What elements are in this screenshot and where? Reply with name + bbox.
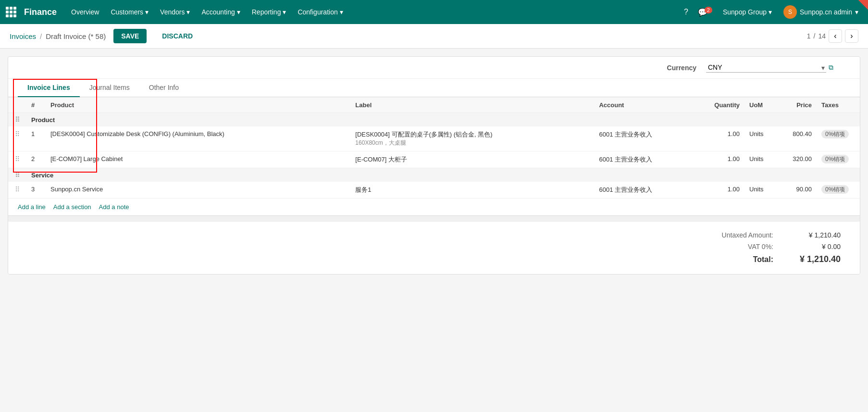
pager-current: 1 bbox=[807, 32, 811, 40]
help-icon[interactable]: ? bbox=[681, 5, 691, 19]
row-price-3[interactable]: 90.00 bbox=[778, 182, 817, 199]
row-product-3[interactable]: Sunpop.cn Service bbox=[46, 182, 350, 199]
tab-invoice-lines[interactable]: Invoice Lines bbox=[18, 79, 80, 97]
row-taxes-2[interactable]: 0%销项 bbox=[817, 151, 860, 168]
notification-badge: 2 bbox=[705, 7, 712, 13]
chevron-down-icon: ▾ bbox=[237, 8, 240, 16]
invoice-table: # Product Label Account Quantity UoM Pri… bbox=[8, 97, 860, 199]
navbar: Finance Overview Customers ▾ Vendors ▾ A… bbox=[0, 0, 868, 24]
add-actions: Add a line Add a section Add a note bbox=[8, 199, 860, 215]
currency-select-wrap: CNY ▾ ⧉ bbox=[706, 62, 850, 73]
main-content: Currency CNY ▾ ⧉ Invoice Lines Journal I… bbox=[8, 56, 860, 275]
top-bar: Invoices / Draft Invoice (* 58) SAVE DIS… bbox=[0, 24, 868, 49]
col-product: Product bbox=[46, 98, 350, 113]
row-qty-1[interactable]: 1.00 bbox=[706, 126, 744, 151]
row-uom-1[interactable]: Units bbox=[744, 126, 778, 151]
tabs-area: Invoice Lines Journal Items Other Info #… bbox=[8, 79, 860, 215]
nav-overview[interactable]: Overview bbox=[66, 5, 104, 19]
row-taxes-3[interactable]: 0%销项 bbox=[817, 182, 860, 199]
drag-handle-2[interactable]: ⠿ bbox=[13, 155, 22, 163]
row-label-3[interactable]: 服务1 bbox=[350, 182, 594, 199]
row-num-2: 2 bbox=[26, 151, 46, 168]
row-uom-3[interactable]: Units bbox=[744, 182, 778, 199]
section-row-service: ⠿ Service bbox=[8, 168, 860, 182]
chevron-down-icon: ▾ bbox=[186, 8, 190, 16]
nav-vendors[interactable]: Vendors ▾ bbox=[155, 5, 195, 19]
nav-reporting[interactable]: Reporting ▾ bbox=[247, 5, 291, 19]
currency-select[interactable]: CNY bbox=[706, 62, 826, 73]
user-menu[interactable]: S Sunpop.cn admin ▾ bbox=[780, 2, 862, 22]
table-wrapper: # Product Label Account Quantity UoM Pri… bbox=[8, 97, 860, 199]
company-selector[interactable]: Sunpop Group ▾ bbox=[719, 5, 776, 19]
vat-row: VAT 0%: ¥ 0.00 bbox=[696, 243, 841, 250]
tabs: Invoice Lines Journal Items Other Info bbox=[18, 79, 850, 97]
breadcrumb-separator: / bbox=[40, 32, 42, 40]
chevron-down-icon: ▾ bbox=[769, 8, 772, 16]
breadcrumb: Invoices / Draft Invoice (* 58) bbox=[10, 32, 106, 40]
chevron-down-icon: ▾ bbox=[145, 8, 149, 16]
nav-right: ? 💬 2 Sunpop Group ▾ S Sunpop.cn admin ▾ bbox=[681, 2, 862, 22]
drag-handle-service[interactable]: ⠿ bbox=[13, 171, 22, 179]
row-price-2[interactable]: 320.00 bbox=[778, 151, 817, 168]
row-qty-2[interactable]: 1.00 bbox=[706, 151, 744, 168]
row-qty-3[interactable]: 1.00 bbox=[706, 182, 744, 199]
row-uom-2[interactable]: Units bbox=[744, 151, 778, 168]
add-line-link[interactable]: Add a line bbox=[18, 203, 46, 211]
horizontal-scrollbar[interactable] bbox=[8, 215, 860, 221]
pager-next-button[interactable]: › bbox=[845, 29, 858, 43]
external-link-icon[interactable]: ⧉ bbox=[829, 63, 833, 72]
pager: 1 / 14 ‹ › bbox=[807, 29, 858, 43]
tab-journal-items[interactable]: Journal Items bbox=[80, 79, 139, 97]
chat-icon[interactable]: 💬 2 bbox=[695, 5, 715, 20]
col-drag bbox=[8, 98, 26, 113]
discard-button[interactable]: DISCARD bbox=[154, 29, 200, 43]
drag-handle-product[interactable]: ⠿ bbox=[13, 116, 22, 124]
totals-section: Untaxed Amount: ¥ 1,210.40 VAT 0%: ¥ 0.0… bbox=[8, 221, 860, 274]
row-num-1: 1 bbox=[26, 126, 46, 151]
row-account-2[interactable]: 6001 主营业务收入 bbox=[594, 151, 706, 168]
total-row: Total: ¥ 1,210.40 bbox=[696, 254, 841, 264]
table-body: ⠿ Product ⠿ 1 [DESK0004] Customizable De… bbox=[8, 113, 860, 199]
untaxed-label: Untaxed Amount: bbox=[696, 231, 773, 239]
vat-label: VAT 0%: bbox=[696, 243, 773, 250]
nav-configuration[interactable]: Configuration ▾ bbox=[293, 5, 347, 19]
tabs-container: Invoice Lines Journal Items Other Info bbox=[8, 79, 860, 97]
row-price-1[interactable]: 800.40 bbox=[778, 126, 817, 151]
row-label-1[interactable]: [DESK0004] 可配置的桌子(多属性) (铝合金, 黑色) 160X80c… bbox=[350, 126, 594, 151]
apps-icon[interactable] bbox=[6, 7, 16, 17]
table-row[interactable]: ⠿ 3 Sunpop.cn Service 服务1 6001 主营业务收入 1.… bbox=[8, 182, 860, 199]
app-brand: Finance bbox=[24, 7, 57, 17]
table-row[interactable]: ⠿ 2 [E-COM07] Large Cabinet [E-COM07] 大柜… bbox=[8, 151, 860, 168]
table-row[interactable]: ⠿ 1 [DESK0004] Customizable Desk (CONFIG… bbox=[8, 126, 860, 151]
total-label: Total: bbox=[696, 255, 773, 264]
total-value: ¥ 1,210.40 bbox=[793, 254, 841, 264]
col-hash: # bbox=[26, 98, 46, 113]
chevron-down-icon: ▾ bbox=[340, 8, 343, 16]
vat-value: ¥ 0.00 bbox=[793, 243, 841, 250]
drag-handle-1[interactable]: ⠿ bbox=[13, 130, 22, 138]
avatar: S bbox=[783, 5, 797, 19]
row-num-3: 3 bbox=[26, 182, 46, 199]
drag-handle-3[interactable]: ⠿ bbox=[13, 186, 22, 193]
col-account: Account bbox=[594, 98, 706, 113]
chevron-down-icon: ▾ bbox=[855, 8, 858, 16]
breadcrumb-parent[interactable]: Invoices bbox=[10, 32, 36, 40]
row-taxes-1[interactable]: 0%销项 bbox=[817, 126, 860, 151]
nav-accounting[interactable]: Accounting ▾ bbox=[197, 5, 245, 19]
row-account-3[interactable]: 6001 主营业务收入 bbox=[594, 182, 706, 199]
add-note-link[interactable]: Add a note bbox=[99, 203, 129, 211]
section-label-product: Product bbox=[26, 113, 860, 127]
col-quantity: Quantity bbox=[706, 98, 744, 113]
untaxed-row: Untaxed Amount: ¥ 1,210.40 bbox=[696, 231, 841, 239]
save-button[interactable]: SAVE bbox=[113, 29, 147, 43]
row-product-1[interactable]: [DESK0004] Customizable Desk (CONFIG) (A… bbox=[46, 126, 350, 151]
add-section-link[interactable]: Add a section bbox=[53, 203, 91, 211]
row-product-2[interactable]: [E-COM07] Large Cabinet bbox=[46, 151, 350, 168]
tab-other-info[interactable]: Other Info bbox=[139, 79, 188, 97]
pager-prev-button[interactable]: ‹ bbox=[829, 29, 842, 43]
nav-customers[interactable]: Customers ▾ bbox=[106, 5, 153, 19]
col-taxes: Taxes bbox=[817, 98, 860, 113]
pager-total: 14 bbox=[818, 32, 826, 40]
row-label-2[interactable]: [E-COM07] 大柜子 bbox=[350, 151, 594, 168]
row-account-1[interactable]: 6001 主营业务收入 bbox=[594, 126, 706, 151]
